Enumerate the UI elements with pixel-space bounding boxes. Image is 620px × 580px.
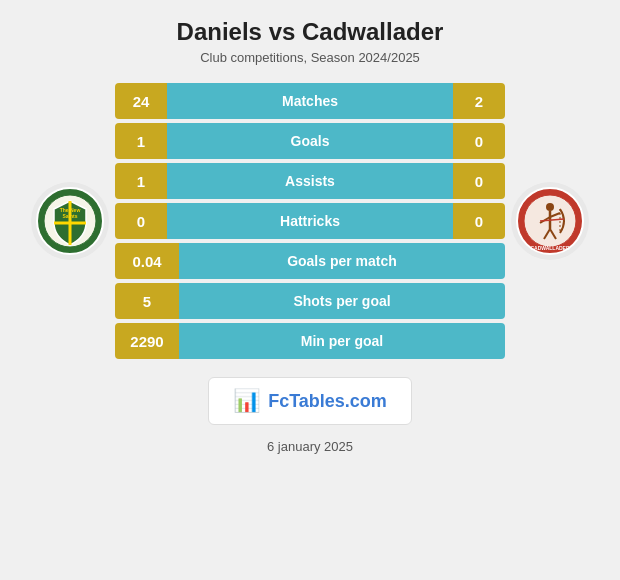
stat-label: Hattricks bbox=[167, 203, 453, 239]
stat-right-value: 0 bbox=[453, 163, 505, 199]
tns-logo-svg: The New Saints bbox=[36, 187, 104, 255]
page-wrapper: Daniels vs Cadwallader Club competitions… bbox=[0, 0, 620, 580]
stat-row: 0 Hattricks 0 bbox=[115, 203, 505, 239]
team-logo-right: CADWALLADER bbox=[505, 182, 595, 260]
match-title: Daniels vs Cadwallader bbox=[177, 18, 444, 46]
match-subtitle: Club competitions, Season 2024/2025 bbox=[200, 50, 420, 65]
stat-row: 1 Assists 0 bbox=[115, 163, 505, 199]
stat-label: Goals per match bbox=[179, 243, 505, 279]
stat-label: Goals bbox=[167, 123, 453, 159]
footer-date: 6 january 2025 bbox=[267, 439, 353, 454]
stat-left-value: 1 bbox=[115, 123, 167, 159]
stat-left-value: 24 bbox=[115, 83, 167, 119]
stat-right-value: 2 bbox=[453, 83, 505, 119]
svg-text:Saints: Saints bbox=[62, 213, 77, 219]
stat-label: Assists bbox=[167, 163, 453, 199]
stat-label: Min per goal bbox=[179, 323, 505, 359]
fctables-label: FcTables.com bbox=[268, 391, 387, 412]
cadwallader-logo-circle: CADWALLADER bbox=[511, 182, 589, 260]
stat-row: 1 Goals 0 bbox=[115, 123, 505, 159]
stat-left-value: 2290 bbox=[115, 323, 179, 359]
stat-right-value: 0 bbox=[453, 203, 505, 239]
stat-row: 24 Matches 2 bbox=[115, 83, 505, 119]
stat-right-value: 0 bbox=[453, 123, 505, 159]
stat-label: Matches bbox=[167, 83, 453, 119]
fctables-banner: 📊 FcTables.com bbox=[208, 377, 412, 425]
stat-label: Shots per goal bbox=[179, 283, 505, 319]
tns-logo-circle: The New Saints bbox=[31, 182, 109, 260]
team-logo-left: The New Saints bbox=[25, 182, 115, 260]
svg-text:CADWALLADER: CADWALLADER bbox=[530, 245, 570, 251]
stat-row: 2290 Min per goal bbox=[115, 323, 505, 359]
stat-row: 0.04 Goals per match bbox=[115, 243, 505, 279]
stats-grid: 24 Matches 2 1 Goals 0 1 Assists 0 0 Hat… bbox=[115, 83, 505, 359]
cadwallader-logo-svg: CADWALLADER bbox=[516, 187, 584, 255]
main-area: The New Saints 24 Matches 2 1 Goals 0 1 … bbox=[10, 83, 610, 359]
stat-left-value: 0.04 bbox=[115, 243, 179, 279]
stat-row: 5 Shots per goal bbox=[115, 283, 505, 319]
stat-left-value: 0 bbox=[115, 203, 167, 239]
stat-left-value: 1 bbox=[115, 163, 167, 199]
svg-point-8 bbox=[546, 203, 554, 211]
fctables-icon: 📊 bbox=[233, 388, 260, 414]
stat-left-value: 5 bbox=[115, 283, 179, 319]
